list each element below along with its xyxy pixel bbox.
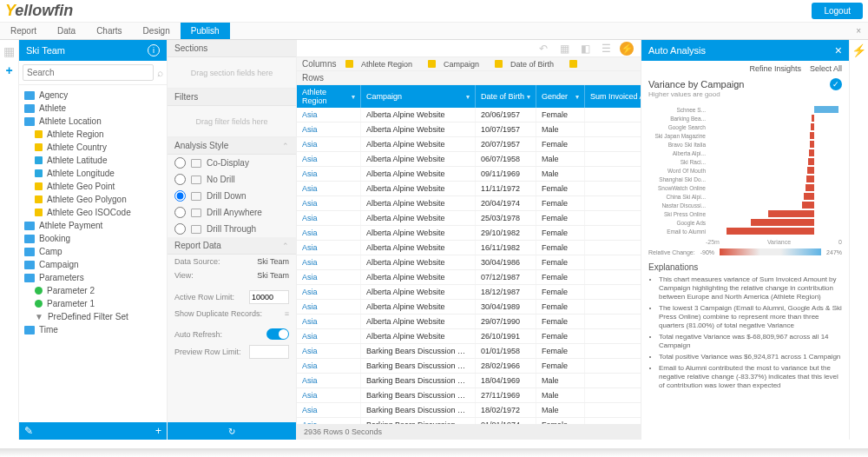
logout-button[interactable]: Logout	[812, 3, 863, 19]
drill-radio[interactable]	[174, 207, 186, 218]
tree-node[interactable]: ▼PreDefined Filter Set	[19, 310, 167, 323]
table-row[interactable]: AsiaBarking Bears Discussion Board01/01/…	[297, 344, 641, 359]
tree-node[interactable]: Athlete Geo Point	[19, 180, 167, 193]
tree-node[interactable]: Athlete Region	[19, 128, 167, 141]
column-pill[interactable]: Date of Birth	[495, 60, 554, 69]
preview-row-limit-input[interactable]	[249, 345, 289, 359]
search-input[interactable]	[23, 64, 154, 81]
column-header[interactable]: Athlete Region▾	[297, 85, 361, 108]
tree-node[interactable]: Athlete Payment	[19, 219, 167, 232]
table-row[interactable]: AsiaAlberta Alpine Website25/03/1978Fema…	[297, 211, 641, 226]
layout-icon[interactable]: ◧	[578, 42, 592, 56]
table-row[interactable]: AsiaAlberta Alpine Website26/10/1991Fema…	[297, 329, 641, 344]
edit-icon[interactable]: ✎	[24, 425, 33, 437]
metric-icon	[35, 169, 43, 177]
column-pill[interactable]: Athlete Region	[345, 60, 412, 69]
table-icon[interactable]: ▦	[557, 42, 571, 56]
table-row[interactable]: AsiaBarking Bears Discussion Board18/04/…	[297, 374, 641, 388]
tab-publish[interactable]: Publish	[181, 23, 230, 39]
search-icon[interactable]: ⌕	[157, 67, 163, 79]
table-row[interactable]: AsiaAlberta Alpine Website30/04/1989Fema…	[297, 300, 641, 315]
tree-node[interactable]: Parameter 2	[19, 284, 167, 297]
duplicate-menu-icon[interactable]: ≡	[285, 309, 289, 318]
tree-node[interactable]: Campaign	[19, 258, 167, 271]
filters-drop[interactable]: Drag filter fields here	[168, 106, 296, 137]
tree-node[interactable]: Time	[19, 323, 167, 336]
dropdown-icon[interactable]: ▾	[575, 93, 579, 101]
explanation-item: Total negative Variance was $-68,809,967…	[659, 333, 842, 350]
tab-data[interactable]: Data	[47, 23, 86, 39]
analysis-title: Auto Analysis	[648, 45, 706, 56]
table-row[interactable]: AsiaBarking Bears Discussion Board01/01/…	[297, 418, 641, 424]
tree-node[interactable]: Parameters	[19, 271, 167, 284]
analysis-style-header[interactable]: Analysis Style⌃	[168, 137, 296, 155]
grid-icon[interactable]: ▦	[3, 45, 16, 57]
tree-node[interactable]: Agency	[19, 89, 167, 102]
refresh-icon[interactable]: ↻	[228, 427, 235, 436]
tree-node[interactable]: Camp	[19, 245, 167, 258]
table-row[interactable]: AsiaAlberta Alpine Website11/11/1972Fema…	[297, 182, 641, 196]
tree-node[interactable]: Athlete	[19, 102, 167, 115]
auto-refresh-toggle[interactable]	[266, 328, 289, 340]
tree-node[interactable]: Athlete Latitude	[19, 154, 167, 167]
table-row[interactable]: AsiaBarking Bears Discussion Board28/02/…	[297, 359, 641, 374]
drill-radio[interactable]	[174, 157, 186, 169]
active-row-limit-input[interactable]	[249, 290, 289, 304]
preview-row-limit-label: Preview Row Limit:	[174, 348, 249, 356]
table-row[interactable]: AsiaBarking Bears Discussion Board18/02/…	[297, 403, 641, 418]
filters-header[interactable]: Filters	[168, 89, 296, 106]
undo-icon[interactable]: ↶	[536, 42, 550, 56]
info-icon[interactable]: i	[148, 44, 160, 56]
refine-insights-button[interactable]: Refine Insights	[749, 64, 801, 73]
tree-node[interactable]: Athlete Location	[19, 115, 167, 128]
dropdown-icon[interactable]: ▾	[352, 93, 355, 101]
column-header[interactable]: Date of Birth▾	[476, 85, 536, 108]
check-icon[interactable]: ✓	[830, 78, 842, 90]
column-pill[interactable]: Campaign	[428, 60, 479, 69]
drill-radio[interactable]	[174, 223, 186, 235]
sections-drop[interactable]: Drag section fields here	[168, 57, 296, 89]
add-icon[interactable]: +	[3, 64, 16, 76]
drill-radio[interactable]	[174, 174, 186, 185]
bolt-icon[interactable]: ⚡	[852, 43, 866, 57]
sections-header[interactable]: Sections	[168, 40, 296, 57]
table-row[interactable]: AsiaAlberta Alpine Website29/10/1982Fema…	[297, 226, 641, 241]
dropdown-icon[interactable]: ▾	[466, 93, 470, 101]
tab-design[interactable]: Design	[133, 23, 181, 39]
list-icon[interactable]: ☰	[599, 42, 613, 56]
close-icon[interactable]: ×	[849, 23, 868, 39]
table-row[interactable]: AsiaAlberta Alpine Website20/07/1957Fema…	[297, 137, 641, 152]
column-header[interactable]: Campaign▾	[361, 85, 476, 108]
tree-node[interactable]: Athlete Longitude	[19, 167, 167, 180]
column-header[interactable]: Gender▾	[536, 85, 585, 108]
table-row[interactable]: AsiaAlberta Alpine Website20/04/1974Fema…	[297, 196, 641, 211]
table-row[interactable]: AsiaAlberta Alpine Website30/04/1986Fema…	[297, 255, 641, 270]
select-all-button[interactable]: Select All	[810, 64, 842, 73]
column-header[interactable]: Sum Invoiced Am▾	[585, 85, 641, 108]
report-data-header[interactable]: Report Data⌃	[168, 237, 296, 255]
column-pill[interactable]	[569, 60, 582, 69]
table-row[interactable]: AsiaBarking Bears Discussion Board27/11/…	[297, 388, 641, 403]
tree-node[interactable]: Athlete Geo ISOCode	[19, 206, 167, 219]
table-row[interactable]: AsiaAlberta Alpine Website16/11/1982Fema…	[297, 241, 641, 255]
auto-refresh-label: Auto Refresh:	[174, 330, 266, 339]
table-row[interactable]: AsiaAlberta Alpine Website10/07/1957Male	[297, 123, 641, 137]
close-icon[interactable]: ×	[835, 43, 842, 57]
tab-report[interactable]: Report	[0, 23, 47, 39]
chart-xlabel: Variance	[767, 239, 791, 245]
table-row[interactable]: AsiaAlberta Alpine Website06/07/1958Male	[297, 152, 641, 167]
tree-node[interactable]: Athlete Geo Polygon	[19, 193, 167, 206]
table-row[interactable]: AsiaAlberta Alpine Website20/06/1957Fema…	[297, 108, 641, 123]
drill-radio[interactable]	[174, 190, 186, 202]
add-field-icon[interactable]: +	[155, 425, 161, 437]
bolt-icon[interactable]: ⚡	[620, 42, 634, 56]
tab-charts[interactable]: Charts	[86, 23, 132, 39]
table-row[interactable]: AsiaAlberta Alpine Website07/12/1987Fema…	[297, 270, 641, 285]
table-row[interactable]: AsiaAlberta Alpine Website29/07/1990Fema…	[297, 315, 641, 329]
table-row[interactable]: AsiaAlberta Alpine Website09/11/1969Male	[297, 167, 641, 182]
tree-node[interactable]: Athlete Country	[19, 141, 167, 154]
tree-node[interactable]: Parameter 1	[19, 297, 167, 310]
tree-node[interactable]: Booking	[19, 232, 167, 245]
dropdown-icon[interactable]: ▾	[527, 93, 530, 101]
table-row[interactable]: AsiaAlberta Alpine Website18/12/1987Fema…	[297, 285, 641, 300]
